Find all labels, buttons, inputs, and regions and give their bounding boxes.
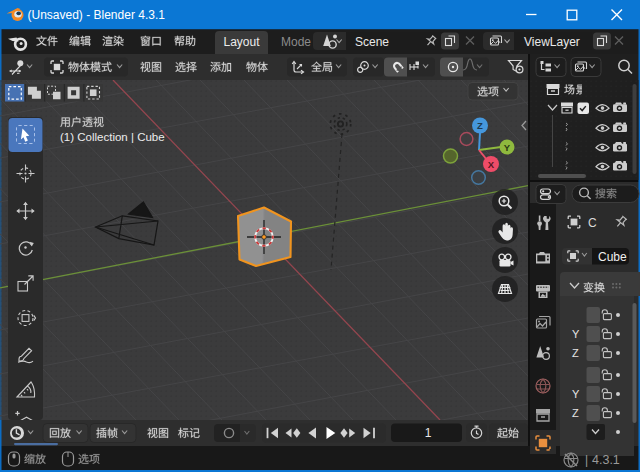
svg-text:C: C (588, 216, 597, 230)
svg-text:Z: Z (572, 407, 579, 419)
svg-text:Y: Y (572, 328, 580, 340)
svg-text:Layout: Layout (223, 35, 260, 49)
svg-text:(Unsaved) - Blender 4.3.1: (Unsaved) - Blender 4.3.1 (28, 8, 166, 22)
svg-text:X: X (488, 159, 495, 170)
svg-text:1: 1 (425, 426, 432, 440)
svg-text:ViewLayer: ViewLayer (524, 35, 580, 49)
svg-text:|: | (585, 453, 588, 467)
svg-text:Y: Y (504, 142, 511, 153)
svg-text:Z: Z (477, 120, 483, 131)
svg-text:Z: Z (572, 347, 579, 359)
svg-text:4.3.1: 4.3.1 (592, 453, 620, 467)
svg-text:Cube: Cube (598, 250, 627, 264)
svg-text:Scene: Scene (355, 35, 389, 49)
svg-text:Mode: Mode (281, 35, 311, 49)
svg-text:Y: Y (572, 388, 580, 400)
svg-text:(1) Collection | Cube: (1) Collection | Cube (60, 131, 165, 143)
